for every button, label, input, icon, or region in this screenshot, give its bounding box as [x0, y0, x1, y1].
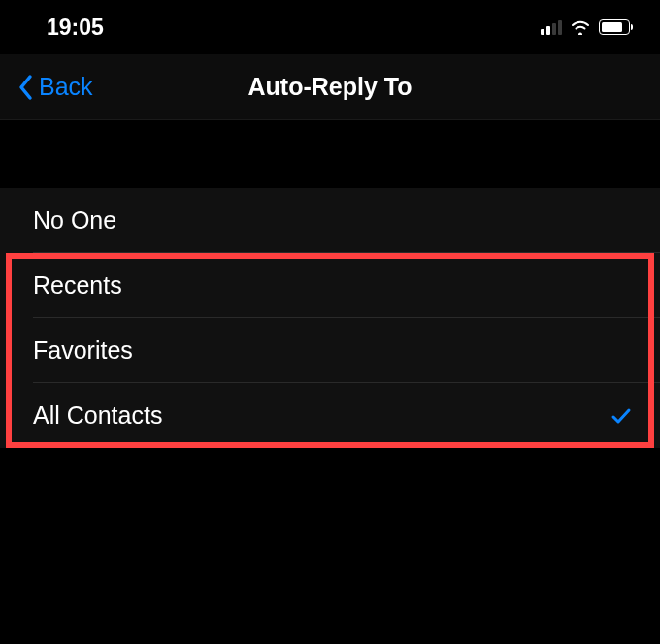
- status-time: 19:05: [47, 15, 104, 41]
- option-label: All Contacts: [33, 402, 162, 430]
- chevron-left-icon: [17, 74, 33, 101]
- back-button[interactable]: Back: [0, 73, 93, 101]
- option-all-contacts[interactable]: All Contacts: [0, 383, 660, 448]
- option-label: Favorites: [33, 337, 133, 365]
- checkmark-icon: [610, 404, 633, 428]
- option-recents[interactable]: Recents: [0, 253, 660, 318]
- option-label: No One: [33, 207, 116, 235]
- back-label: Back: [39, 73, 93, 101]
- highlight-annotation: Recents Favorites All Contacts: [0, 253, 660, 448]
- cellular-signal-icon: [541, 19, 562, 35]
- status-icons: [541, 19, 633, 35]
- spacer: [0, 120, 660, 188]
- option-list: No One Recents Favorites All Contacts: [0, 188, 660, 448]
- status-bar: 19:05: [0, 0, 660, 54]
- option-no-one[interactable]: No One: [0, 188, 660, 253]
- battery-icon: [599, 19, 633, 35]
- option-favorites[interactable]: Favorites: [0, 318, 660, 383]
- page-title: Auto-Reply To: [248, 73, 412, 101]
- navigation-bar: Back Auto-Reply To: [0, 54, 660, 120]
- wifi-icon: [570, 19, 591, 35]
- option-label: Recents: [33, 272, 122, 300]
